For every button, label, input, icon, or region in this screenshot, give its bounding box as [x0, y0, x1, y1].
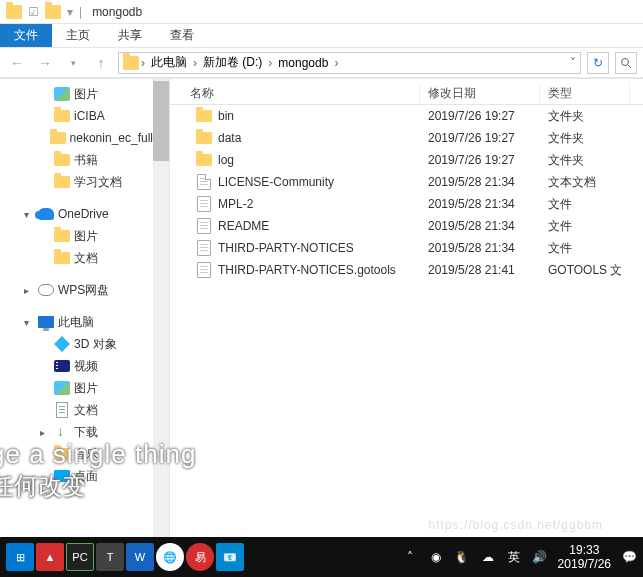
taskbar-app[interactable]: ⊞	[6, 543, 34, 571]
file-type: 文件夹	[540, 108, 630, 125]
tree-item-label: 音乐	[74, 446, 98, 463]
qat-dropdown-icon[interactable]: ▾	[67, 5, 73, 19]
taskbar-app[interactable]: PC	[66, 543, 94, 571]
nav-back-button[interactable]: ←	[6, 52, 28, 74]
tray-clock[interactable]: 19:33 2019/7/26	[558, 543, 611, 572]
ribbon-tab-view[interactable]: 查看	[156, 24, 208, 47]
taskbar-app[interactable]: W	[126, 543, 154, 571]
file-name: THIRD-PARTY-NOTICES	[218, 241, 354, 255]
column-header-name[interactable]: 名称	[170, 83, 420, 104]
tray-ime-icon[interactable]: 英	[506, 549, 522, 565]
chevron-right-icon[interactable]: ›	[141, 56, 145, 70]
tray-onedrive-icon[interactable]: ☁	[480, 549, 496, 565]
nav-forward-button[interactable]: →	[34, 52, 56, 74]
tree-item[interactable]: 3D 对象	[0, 333, 153, 355]
refresh-button[interactable]: ↻	[587, 52, 609, 74]
file-row[interactable]: THIRD-PARTY-NOTICES.gotools2019/5/28 21:…	[170, 259, 643, 281]
folder-icon	[45, 4, 61, 20]
tree-item[interactable]: 图片	[0, 377, 153, 399]
tree-item[interactable]: 视频	[0, 355, 153, 377]
file-date: 2019/5/28 21:41	[420, 263, 540, 277]
file-row[interactable]: THIRD-PARTY-NOTICES2019/5/28 21:34文件	[170, 237, 643, 259]
file-icon	[196, 240, 212, 256]
file-type: GOTOOLS 文	[540, 262, 630, 279]
chevron-right-icon[interactable]: ›	[334, 56, 338, 70]
tree-item-label: 图片	[74, 86, 98, 103]
taskbar-app[interactable]: T	[96, 543, 124, 571]
tree-item-label: nekonin_ec_full	[70, 131, 153, 145]
tree-item[interactable]: 书籍	[0, 149, 153, 171]
breadcrumb-drive[interactable]: 新加卷 (D:)	[199, 54, 266, 71]
sidebar-scrollbar[interactable]	[153, 79, 169, 537]
tree-item[interactable]: 桌面	[0, 465, 153, 487]
tray-qq-icon[interactable]: 🐧	[454, 549, 470, 565]
file-row[interactable]: data2019/7/26 19:27文件夹	[170, 127, 643, 149]
breadcrumb-folder[interactable]: mongodb	[274, 56, 332, 70]
tree-arrow-icon[interactable]: ▾	[24, 209, 34, 220]
tree-item[interactable]: 文档	[0, 399, 153, 421]
tree-item[interactable]: 学习文档	[0, 171, 153, 193]
scrollbar-thumb[interactable]	[153, 81, 169, 161]
tree-item[interactable]: ▸WPS网盘	[0, 279, 153, 301]
chevron-right-icon[interactable]: ›	[193, 56, 197, 70]
file-row[interactable]: LICENSE-Community2019/5/28 21:34文本文档	[170, 171, 643, 193]
tray-volume-icon[interactable]: 🔊	[532, 549, 548, 565]
quick-access-toolbar: ☑ ▾ | mongodb	[6, 4, 142, 20]
tray-chevron-up-icon[interactable]: ˄	[402, 549, 418, 565]
tree-item-label: 此电脑	[58, 314, 94, 331]
tray-notification-icon[interactable]: 💬	[621, 549, 637, 565]
dl-icon	[54, 424, 70, 440]
breadcrumb[interactable]: › 此电脑 › 新加卷 (D:) › mongodb › ˅	[118, 52, 581, 74]
tree-item[interactable]: ▾此电脑	[0, 311, 153, 333]
ribbon-tab-file[interactable]: 文件	[0, 24, 52, 47]
file-row[interactable]: README2019/5/28 21:34文件	[170, 215, 643, 237]
tray-icon[interactable]: ◉	[428, 549, 444, 565]
file-name: bin	[218, 109, 234, 123]
tree-item-label: 下载	[74, 424, 98, 441]
breadcrumb-pc[interactable]: 此电脑	[147, 54, 191, 71]
tree-item[interactable]: 图片	[0, 225, 153, 247]
tree-item[interactable]: iCIBA	[0, 105, 153, 127]
file-name: MPL-2	[218, 197, 253, 211]
tree-item[interactable]: 图片	[0, 83, 153, 105]
qat-separator: |	[79, 5, 82, 19]
chevron-right-icon[interactable]: ›	[268, 56, 272, 70]
file-row[interactable]: log2019/7/26 19:27文件夹	[170, 149, 643, 171]
folder-icon	[196, 108, 212, 124]
taskbar-app[interactable]: 易	[186, 543, 214, 571]
tree-item[interactable]: nekonin_ec_full	[0, 127, 153, 149]
column-header-type[interactable]: 类型	[540, 83, 630, 104]
taskbar-app[interactable]: 🌐	[156, 543, 184, 571]
file-date: 2019/7/26 19:27	[420, 131, 540, 145]
ribbon-tab-share[interactable]: 共享	[104, 24, 156, 47]
tree-arrow-icon[interactable]: ▾	[24, 317, 34, 328]
column-header-date[interactable]: 修改日期	[420, 83, 540, 104]
tree-item-label: 文档	[74, 250, 98, 267]
breadcrumb-dropdown-icon[interactable]: ˅	[570, 56, 576, 70]
taskbar-app[interactable]: 📧	[216, 543, 244, 571]
tree-item-label: 文档	[74, 402, 98, 419]
tree-arrow-icon[interactable]: ▸	[40, 427, 50, 438]
file-date: 2019/5/28 21:34	[420, 241, 540, 255]
doc-icon	[54, 402, 70, 418]
file-name: log	[218, 153, 234, 167]
tree-item[interactable]: ▸下载	[0, 421, 153, 443]
tree-item[interactable]: ▾OneDrive	[0, 203, 153, 225]
nav-recent-dropdown[interactable]: ▾	[62, 52, 84, 74]
qat-separator: ☑	[28, 5, 39, 19]
tree-item[interactable]: 音乐	[0, 443, 153, 465]
ribbon-tab-home[interactable]: 主页	[52, 24, 104, 47]
tree-item-label: 书籍	[74, 152, 98, 169]
folder-icon	[50, 130, 66, 146]
file-date: 2019/5/28 21:34	[420, 175, 540, 189]
file-row[interactable]: MPL-22019/5/28 21:34文件	[170, 193, 643, 215]
folder-icon	[54, 174, 70, 190]
tree-item[interactable]: 文档	[0, 247, 153, 269]
nav-up-button[interactable]: ↑	[90, 52, 112, 74]
search-button[interactable]	[615, 52, 637, 74]
file-icon	[196, 196, 212, 212]
taskbar-app[interactable]: ▲	[36, 543, 64, 571]
csdn-watermark: https://blog.csdn.net/ggbbm	[429, 518, 603, 532]
tree-arrow-icon[interactable]: ▸	[24, 285, 34, 296]
file-row[interactable]: bin2019/7/26 19:27文件夹	[170, 105, 643, 127]
